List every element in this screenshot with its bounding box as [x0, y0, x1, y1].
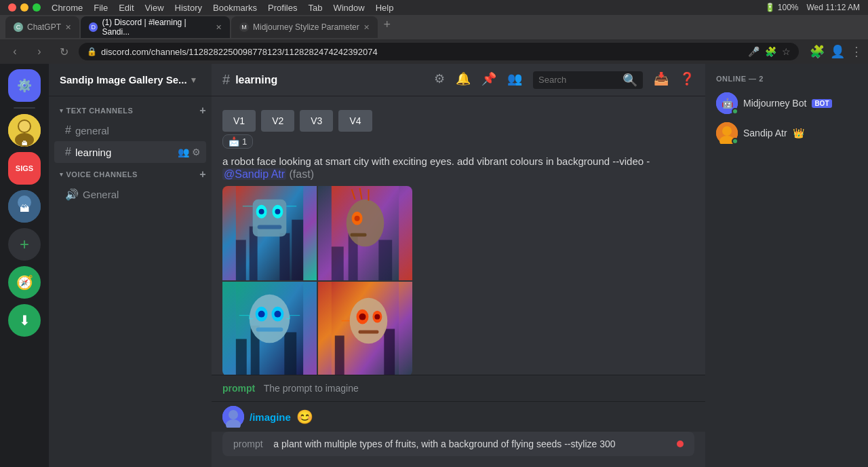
record-button[interactable]	[677, 441, 684, 447]
address-bar[interactable]: 🔒 discord.com/channels/11282822500987781…	[79, 43, 799, 60]
hash-icon-learning: #	[65, 146, 71, 158]
traffic-lights[interactable]	[8, 3, 41, 12]
mac-menu-file[interactable]: File	[94, 3, 108, 13]
tab-discord[interactable]: D (1) Discord | #learning | Sandi... ✕	[81, 16, 230, 38]
svg-point-36	[250, 295, 290, 343]
tab-midjourney[interactable]: M Midjourney Stylize Parameter ✕	[231, 16, 378, 38]
v2-button-top[interactable]: V2	[261, 110, 294, 132]
image-grid[interactable]	[222, 186, 412, 375]
new-tab-button[interactable]: +	[379, 16, 395, 33]
member-item-midjourney-bot[interactable]: 🤖 Midjourney Bot BOT	[711, 88, 863, 118]
extensions-icon[interactable]: 🧩	[765, 46, 776, 57]
members-icon[interactable]: 👥	[178, 147, 189, 157]
voice-channels-section: ▾ Voice Channels + 🔊 General	[49, 166, 212, 205]
tab-discord-label: (1) Discord | #learning | Sandi...	[102, 18, 212, 37]
voice-channels-header[interactable]: ▾ Voice Channels +	[49, 166, 212, 183]
server-header[interactable]: Sandip Image Gallery Se... ▼	[49, 64, 212, 96]
channel-item-general[interactable]: # general	[54, 119, 206, 141]
mic-icon[interactable]: 🎤	[748, 46, 760, 57]
pin-icon[interactable]: 📌	[481, 71, 496, 89]
mac-menu-edit[interactable]: Edit	[119, 3, 134, 13]
mac-menu-help[interactable]: Help	[376, 3, 394, 13]
search-icon: 🔍	[623, 73, 637, 88]
v3-button-top[interactable]: V3	[300, 110, 333, 132]
svg-point-3	[19, 121, 30, 132]
channel-item-learning[interactable]: # learning 👥 ⚙	[54, 141, 206, 163]
reload-button[interactable]: ↻	[54, 42, 73, 61]
message-input-box[interactable]: prompt	[222, 432, 694, 456]
bookmark-icon[interactable]: ☆	[782, 46, 791, 57]
main-content: # learning ⚙ 🔔 📌 👥 🔍 📥 ❓ V1 V2 V3	[212, 64, 705, 467]
channel-item-general-voice[interactable]: 🔊 General	[54, 183, 206, 205]
members-sidebar-icon[interactable]: 👥	[507, 71, 522, 89]
svg-point-45	[350, 298, 388, 344]
channel-list: ▾ Text Channels + # general # learning 👥…	[49, 96, 212, 467]
mac-menu-bookmarks[interactable]: Bookmarks	[213, 3, 257, 13]
reaction-top[interactable]: 📩 1	[222, 134, 253, 149]
hash-icon: #	[65, 124, 71, 136]
threads-icon[interactable]: ⚙	[434, 71, 445, 89]
server-separator	[14, 107, 35, 109]
tab-chatgpt-close[interactable]: ✕	[65, 23, 71, 32]
command-avatar-img	[222, 406, 244, 428]
emoji-button[interactable]: 😊	[296, 409, 313, 425]
server-alt1-icon[interactable]: 🏔	[8, 190, 41, 223]
svg-rect-28	[351, 234, 367, 237]
gear-icon[interactable]: ⚙	[192, 147, 201, 157]
robot-face-1	[222, 186, 317, 280]
svg-rect-24	[378, 240, 392, 280]
mac-menu-window[interactable]: Window	[333, 3, 364, 13]
tabs-container: C ChatGPT ✕ D (1) Discord | #learning | …	[5, 16, 863, 38]
prompt-message-text: a robot face looking at smart city with …	[222, 154, 694, 181]
mac-menu-tab[interactable]: Tab	[308, 3, 322, 13]
extensions-toolbar-icon[interactable]: 🧩	[810, 44, 825, 59]
server-sandip-icon[interactable]: 🏔	[8, 114, 41, 147]
profile-icon[interactable]: 👤	[830, 44, 845, 59]
v4-button-top[interactable]: V4	[338, 110, 372, 132]
inbox-icon[interactable]: 📥	[654, 71, 669, 89]
mac-status-bar: 🔋 100% Wed 11:12 AM	[765, 3, 860, 12]
search-box[interactable]: 🔍	[533, 71, 643, 89]
sandip-atr-avatar	[716, 122, 738, 144]
svg-text:🤖: 🤖	[722, 98, 734, 109]
server-sigs-icon[interactable]: SIGS	[8, 152, 41, 185]
v1-button-top[interactable]: V1	[222, 110, 256, 132]
maximize-button[interactable]	[33, 3, 41, 12]
add-text-channel-button[interactable]: +	[199, 105, 206, 117]
server-download-icon[interactable]: ⬇	[8, 304, 41, 337]
tab-midjourney-close[interactable]: ✕	[363, 23, 370, 32]
text-channels-label: Text Channels	[66, 107, 134, 115]
close-button[interactable]	[8, 3, 16, 12]
mac-menu-view[interactable]: View	[145, 3, 164, 13]
more-icon[interactable]: ⋮	[850, 44, 863, 59]
tab-chatgpt[interactable]: C ChatGPT ✕	[5, 16, 79, 38]
mac-menu: Chrome File Edit View History Bookmarks …	[52, 3, 393, 13]
servers-sidebar: ⚙️ 🏔 SIGS 🏔 + 🧭 ⬇	[0, 64, 49, 467]
notification-icon[interactable]: 🔔	[456, 71, 471, 89]
mac-menu-history[interactable]: History	[175, 3, 202, 13]
message-input-field[interactable]	[269, 438, 671, 449]
input-area: prompt	[212, 432, 705, 467]
forward-button[interactable]: ›	[30, 42, 49, 61]
text-channels-header[interactable]: ▾ Text Channels +	[49, 102, 212, 119]
midjourney-bot-name: Midjourney Bot	[743, 98, 806, 109]
prompt-label: prompt	[222, 383, 255, 394]
help-icon[interactable]: ❓	[679, 71, 694, 89]
channel-name-general-voice: General	[83, 189, 201, 200]
midjourney-favicon: M	[239, 22, 249, 32]
mac-menu-profiles[interactable]: Profiles	[268, 3, 297, 13]
member-item-sandip-atr[interactable]: Sandip Atr 👑	[711, 118, 863, 148]
search-input[interactable]	[538, 75, 620, 85]
back-button[interactable]: ‹	[5, 42, 24, 61]
mention-link[interactable]: @Sandip Atr	[222, 168, 286, 180]
minimize-button[interactable]	[20, 3, 28, 12]
server-discord-icon[interactable]: ⚙️	[8, 69, 41, 102]
add-server-button[interactable]: +	[8, 228, 41, 261]
image-cell-3	[222, 282, 317, 375]
channel-name-general: general	[75, 125, 201, 136]
server-explore-icon[interactable]: 🧭	[8, 266, 41, 299]
add-voice-channel-button[interactable]: +	[199, 168, 206, 181]
tab-discord-close[interactable]: ✕	[216, 23, 222, 32]
speaker-icon: 🔊	[65, 188, 79, 201]
mac-menu-chrome[interactable]: Chrome	[52, 3, 83, 13]
